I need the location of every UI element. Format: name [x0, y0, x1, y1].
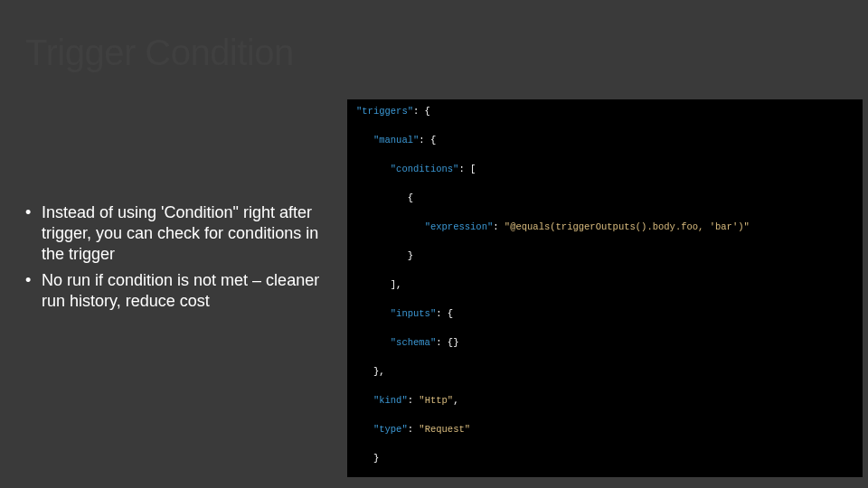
- bullet-item: Instead of using 'Condition" right after…: [25, 202, 340, 265]
- bullet-list: Instead of using 'Condition" right after…: [25, 202, 340, 317]
- code-content: "triggers": { "manual": { "conditions": …: [356, 107, 854, 477]
- bullet-item: No run if condition is not met – cleaner…: [25, 270, 340, 312]
- code-block: "triggers": { "manual": { "conditions": …: [347, 99, 863, 477]
- slide-title: Trigger Condition: [25, 33, 294, 73]
